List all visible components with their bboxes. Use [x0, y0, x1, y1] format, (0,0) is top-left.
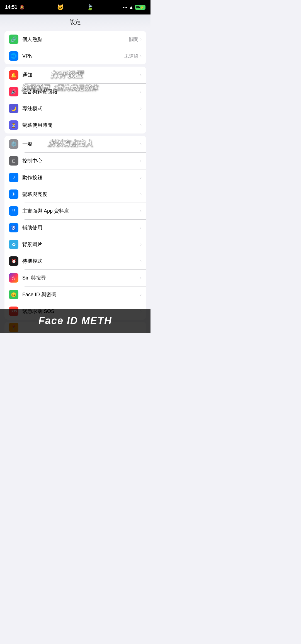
action-button-icon: ↗ — [9, 173, 18, 182]
display-label: 螢幕與亮度 — [22, 191, 140, 198]
di-cat-icon: 🐱 — [57, 4, 64, 11]
row-vpn[interactable]: 🌐 VPN 未連線 › — [4, 48, 146, 64]
faceid-icon: 😊 — [9, 290, 18, 299]
row-control-center[interactable]: ⊟ 控制中心 › — [4, 152, 146, 169]
section-network: 🔗 個人熱點 關閉 › 🌐 VPN 未連線 › — [4, 31, 146, 64]
control-center-icon: ⊟ — [9, 156, 18, 166]
sound-chevron: › — [140, 89, 142, 94]
row-focus[interactable]: 🌙 專注模式 › — [4, 100, 146, 117]
control-center-chevron: › — [140, 158, 142, 163]
faceid-chevron: › — [140, 292, 142, 297]
status-left: 14:51 🔕 — [5, 4, 24, 10]
page-header: 設定 — [0, 14, 151, 29]
row-standby[interactable]: ⏰ 待機模式 › — [4, 253, 146, 269]
vpn-label: VPN — [22, 53, 124, 59]
homescreen-icon: ⠿ — [9, 206, 18, 216]
vpn-value: 未連線 — [124, 53, 139, 59]
dynamic-island: 🐱 🍃 — [53, 2, 98, 13]
focus-chevron: › — [140, 106, 142, 111]
hotspot-icon: 🔗 — [9, 35, 18, 44]
notification-chevron: › — [140, 72, 142, 77]
focus-label: 專注模式 — [22, 105, 140, 112]
row-hotspot[interactable]: 🔗 個人熱點 關閉 › — [4, 31, 146, 48]
sound-label: 聲音與觸覺回報 — [22, 88, 140, 95]
faceid-label: Face ID 與密碼 — [22, 291, 140, 298]
homescreen-chevron: › — [140, 208, 142, 213]
row-sound[interactable]: 🔊 聲音與觸覺回報 › — [4, 83, 146, 100]
faceid-meth-text: Face ID METH — [38, 314, 112, 327]
row-notification[interactable]: 🔔 通知 › — [4, 67, 146, 83]
notification-icon: 🔔 — [9, 70, 18, 80]
wifi-icon: ▲ — [129, 5, 133, 10]
vpn-icon: 🌐 — [9, 51, 18, 61]
row-screentime[interactable]: ⏳ 螢幕使用時間 › — [4, 117, 146, 133]
standby-chevron: › — [140, 259, 142, 264]
sound-icon: 🔊 — [9, 87, 18, 96]
vpn-chevron: › — [140, 54, 142, 59]
status-bar: 14:51 🔕 🐱 🍃 ▪▪▪ ▲ 86⚡ — [0, 0, 151, 14]
hotspot-value: 關閉 — [129, 36, 139, 43]
homescreen-label: 主畫面與 App 資料庫 — [22, 208, 140, 214]
row-action-button[interactable]: ↗ 動作按鈕 › — [4, 169, 146, 186]
row-accessibility[interactable]: ♿ 輔助使用 › — [4, 219, 146, 236]
standby-label: 待機模式 — [22, 258, 140, 264]
control-center-label: 控制中心 — [22, 157, 140, 164]
page-title: 設定 — [70, 19, 81, 25]
status-time: 14:51 — [5, 4, 17, 10]
screentime-icon: ⏳ — [9, 120, 18, 130]
display-icon: ☀ — [9, 189, 18, 199]
siri-icon: ◎ — [9, 273, 18, 283]
accessibility-label: 輔助使用 — [22, 224, 140, 231]
screentime-label: 螢幕使用時間 — [22, 122, 140, 128]
general-label: 一般 — [22, 141, 140, 147]
row-homescreen[interactable]: ⠿ 主畫面與 App 資料庫 › — [4, 203, 146, 219]
hotspot-chevron: › — [140, 37, 142, 42]
bell-icon: 🔕 — [20, 5, 24, 9]
wallpaper-chevron: › — [140, 242, 142, 247]
row-faceid[interactable]: 😊 Face ID 與密碼 › — [4, 286, 146, 303]
hotspot-label: 個人熱點 — [22, 36, 129, 43]
row-wallpaper[interactable]: ✿ 背景圖片 › — [4, 236, 146, 253]
row-display[interactable]: ☀ 螢幕與亮度 › — [4, 186, 146, 203]
accessibility-icon: ♿ — [9, 223, 18, 232]
standby-icon: ⏰ — [9, 256, 18, 266]
display-chevron: › — [140, 192, 142, 197]
siri-label: Siri 與搜尋 — [22, 274, 140, 281]
accessibility-chevron: › — [140, 225, 142, 230]
siri-chevron: › — [140, 275, 142, 280]
screentime-chevron: › — [140, 123, 142, 128]
general-icon: ⚙️ — [9, 139, 18, 149]
row-siri[interactable]: ◎ Siri 與搜尋 › — [4, 269, 146, 286]
row-general[interactable]: ⚙️ 一般 › — [4, 136, 146, 152]
wallpaper-icon: ✿ — [9, 240, 18, 249]
section-notifications: 🔔 通知 › 🔊 聲音與觸覺回報 › 🌙 專注模式 › ⏳ 螢幕使用時間 › 打… — [4, 67, 146, 133]
section-general: ⚙️ 一般 › ⊟ 控制中心 › ↗ 動作按鈕 › ☀ 螢幕與亮度 › ⠿ 主畫… — [4, 136, 146, 320]
status-right: ▪▪▪ ▲ 86⚡ — [123, 5, 145, 10]
action-button-label: 動作按鈕 — [22, 174, 140, 181]
signal-icon: ▪▪▪ — [123, 5, 128, 9]
action-button-chevron: › — [140, 175, 142, 180]
wallpaper-label: 背景圖片 — [22, 241, 140, 248]
notification-label: 通知 — [22, 72, 140, 78]
battery-badge: 86⚡ — [135, 5, 145, 10]
di-leaf-icon: 🍃 — [87, 4, 94, 11]
general-chevron: › — [140, 142, 142, 147]
focus-icon: 🌙 — [9, 104, 18, 113]
faceid-meth-overlay: Face ID METH — [0, 309, 151, 333]
